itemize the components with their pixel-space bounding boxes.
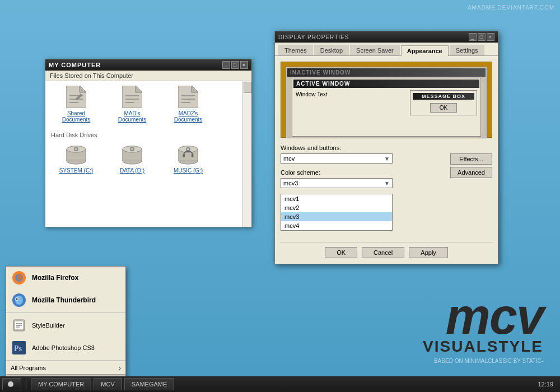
svg-marker-7 [136, 86, 142, 92]
mad2s-documents-label: MAD2's Documents [169, 110, 208, 123]
start-item-stylebuilder-label: StyleBuilder [32, 322, 65, 329]
svg-point-38 [16, 298, 18, 300]
windows-buttons-select[interactable]: mcv ▼ [281, 153, 393, 164]
dp-right-buttons: Effects... Advanced [450, 153, 492, 178]
preview-area: INACTIVE WINDOW ACTIVE WINDOW Window Tex… [281, 62, 492, 138]
all-programs-arrow-icon: › [119, 365, 121, 371]
visualstyle-text: VISUALSTYLE [423, 338, 543, 356]
mads-documents-label: MAD's Documents [113, 110, 152, 123]
color-scheme-dropdown[interactable]: mcv1 mcv2 mcv3 mcv4 [281, 194, 393, 231]
start-divider-1 [6, 312, 125, 313]
svg-marker-1 [80, 86, 86, 92]
watermark: AMADME.DEVIANTART.COM [468, 4, 554, 11]
firefox-icon [11, 269, 27, 286]
music-drive-label: MUSIC (G:) [174, 167, 203, 174]
dp-close-button[interactable]: × [487, 33, 494, 41]
thunderbird-icon [11, 292, 27, 309]
dp-minimize-button[interactable]: _ [469, 33, 477, 41]
svg-point-25 [131, 148, 133, 151]
mad2s-documents-icon [177, 86, 199, 108]
dropdown-item-mcv1[interactable]: mcv1 [281, 194, 392, 203]
start-item-firefox[interactable]: Mozilla Firefox [6, 267, 125, 289]
hard-disk-label: Hard Disk Drives [51, 132, 246, 138]
dropdown-item-mcv2[interactable]: mcv2 [281, 203, 392, 212]
shared-documents-icon [65, 86, 87, 108]
data-drive-item[interactable]: DATA (D:) [113, 143, 152, 174]
taskbar-sep-1 [26, 379, 26, 390]
mc-scrollbar[interactable] [242, 81, 251, 227]
start-item-thunderbird[interactable]: Mozilla Thunderbird [6, 289, 125, 311]
stylebuilder-icon [11, 317, 27, 334]
display-properties-window: DISPLAY PROPERTIES _ □ × Themes Desktop … [274, 31, 498, 264]
my-computer-title: MY COMPUTER [49, 62, 101, 68]
titlebar-buttons: _ □ × [222, 61, 248, 69]
active-window-titlebar: ACTIVE WINDOW [293, 80, 479, 88]
taskbar-start-button[interactable] [2, 378, 21, 390]
scrollbar-thumb[interactable] [244, 82, 251, 93]
color-scheme-value: mcv3 [283, 180, 298, 186]
tab-themes[interactable]: Themes [278, 45, 313, 55]
start-item-photoshop[interactable]: Ps Adobe Photoshop CS3 [6, 337, 125, 359]
inactive-window-titlebar: INACTIVE WINDOW [287, 68, 486, 77]
start-item-all-programs[interactable]: All Programs › [6, 362, 125, 374]
minimize-button[interactable]: _ [222, 61, 230, 69]
mc-toolbar: Files Stored on This Computer [45, 71, 251, 81]
music-drive-item[interactable]: MUSIC (G:) [169, 143, 208, 174]
message-box-titlebar: MESSAGE BOX [413, 93, 474, 100]
dp-bottom-buttons: OK Cancel Apply [281, 242, 492, 258]
photoshop-icon: Ps [11, 339, 27, 356]
tab-screensaver[interactable]: Screen Saver [350, 45, 400, 55]
dp-apply-button[interactable]: Apply [409, 247, 448, 258]
taskbar-item-samegame[interactable]: SAMEGAME [124, 378, 175, 390]
taskbar-time: 12:19 [538, 381, 558, 388]
inactive-window-preview: INACTIVE WINDOW ACTIVE WINDOW Window Tex… [286, 67, 487, 138]
tab-appearance[interactable]: Appearance [401, 45, 449, 56]
svg-point-20 [75, 148, 77, 151]
svg-text:Ps: Ps [14, 344, 22, 353]
windows-buttons-value: mcv [283, 155, 295, 162]
windows-buttons-arrow-icon: ▼ [384, 156, 390, 162]
message-box-preview: MESSAGE BOX OK [410, 90, 477, 115]
svg-point-30 [187, 148, 189, 151]
svg-marker-12 [192, 86, 198, 92]
dp-maximize-button[interactable]: □ [478, 33, 486, 41]
tab-desktop[interactable]: Desktop [314, 45, 349, 55]
effects-button[interactable]: Effects... [450, 153, 492, 165]
color-scheme-select[interactable]: mcv3 ▼ [281, 178, 393, 188]
mads-documents-icon-item[interactable]: MAD's Documents [113, 86, 152, 123]
dp-titlebar-buttons: _ □ × [469, 33, 494, 41]
advanced-button[interactable]: Advanced [450, 167, 492, 178]
system-drive-item[interactable]: SYSTEM (C:) [57, 143, 96, 174]
dp-cancel-button[interactable]: Cancel [362, 247, 404, 258]
dp-ok-button[interactable]: OK [325, 247, 357, 258]
svg-rect-32 [192, 154, 194, 157]
shared-documents-icon-item[interactable]: Shared Documents [57, 86, 96, 123]
taskbar-item-mycomputer[interactable]: MY COMPUTER [31, 378, 91, 390]
start-item-photoshop-label: Adobe Photoshop CS3 [32, 344, 95, 351]
mcv-text: mcv [423, 295, 543, 338]
mad2s-documents-icon-item[interactable]: MAD2's Documents [169, 86, 208, 123]
start-divider-2 [6, 360, 125, 361]
start-item-firefox-label: Mozilla Firefox [32, 274, 78, 282]
close-button[interactable]: × [240, 61, 248, 69]
dp-body: INACTIVE WINDOW ACTIVE WINDOW Window Tex… [275, 56, 498, 264]
my-computer-titlebar: MY COMPUTER _ □ × [45, 59, 251, 71]
start-item-thunderbird-label: Mozilla Thunderbird [32, 296, 96, 304]
taskbar: MY COMPUTER MCV SAMEGAME 12:19 [0, 376, 560, 392]
mads-documents-icon [121, 86, 143, 108]
message-box-ok-button[interactable]: OK [430, 103, 457, 113]
all-programs-label: All Programs [11, 365, 46, 371]
taskbar-item-mcv[interactable]: MCV [94, 378, 122, 390]
color-scheme-arrow-icon: ▼ [384, 180, 390, 186]
data-drive-label: DATA (D:) [120, 167, 144, 174]
mc-content: Shared Documents MAD's Documents [45, 81, 251, 227]
start-menu: Mozilla Firefox Mozilla Thunderbird Styl… [6, 266, 126, 391]
maximize-button[interactable]: □ [231, 61, 239, 69]
selects-row: mcv ▼ Color scheme: mcv3 ▼ mcv1 mcv2 mcv… [281, 153, 492, 236]
tab-settings[interactable]: Settings [450, 45, 484, 55]
dropdown-item-mcv4[interactable]: mcv4 [281, 221, 392, 230]
dropdown-item-mcv3[interactable]: mcv3 [281, 212, 392, 221]
start-item-stylebuilder[interactable]: StyleBuilder [6, 314, 125, 337]
color-scheme-label: Color scheme: [281, 169, 446, 176]
mc-subtitle: Files Stored on This Computer [50, 72, 133, 79]
